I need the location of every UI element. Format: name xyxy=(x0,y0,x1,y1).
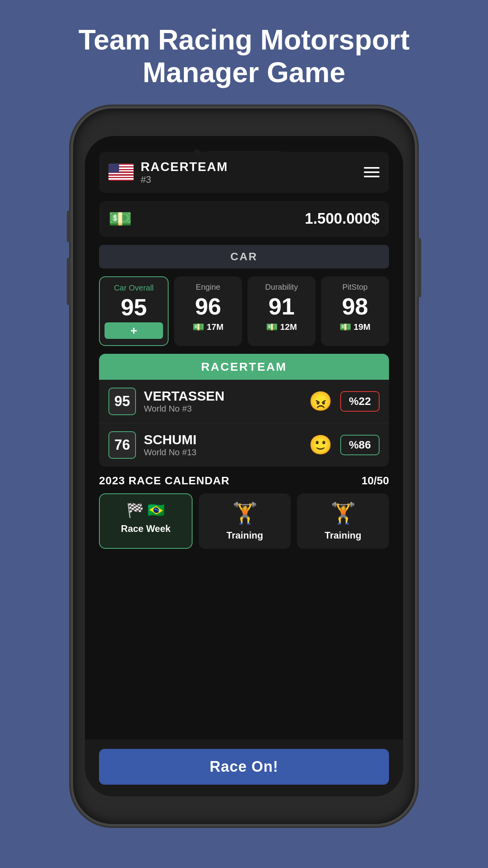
stat-cost-durability: 💵 12M xyxy=(266,322,297,333)
calendar-item-label-training-2: Training xyxy=(325,530,361,541)
team-section-name: RACERTEAM xyxy=(201,360,287,373)
calendar-item-label-training-1: Training xyxy=(226,530,263,541)
team-section: RACERTEAM 95 VERTASSEN World No #3 😠 %22… xyxy=(99,354,389,467)
driver-number-vertassen: 95 xyxy=(108,388,136,415)
stat-card-durability[interactable]: Durability 91 💵 12M xyxy=(248,276,316,346)
stat-value-pitstop: 98 xyxy=(342,295,368,318)
calendar-items: 🏁 🇧🇷 Race Week 🏋 Training 🏋 Training xyxy=(99,493,389,549)
checkered-flag-icon: 🏁 xyxy=(127,502,144,519)
money-bar: 💵 1.500.000$ xyxy=(99,201,389,237)
stat-label-pitstop: PitStop xyxy=(342,283,367,292)
calendar-header: 2023 RACE CALENDAR 10/50 xyxy=(99,474,389,487)
driver-percentage-schumi: %86 xyxy=(340,435,380,455)
car-section-label: CAR xyxy=(230,250,258,263)
brazil-flag-icon: 🇧🇷 xyxy=(147,502,165,519)
cost-amount-pitstop: 19M xyxy=(354,322,371,332)
stat-label-durability: Durability xyxy=(265,283,298,292)
team-flag-icon xyxy=(108,164,134,181)
calendar-item-training-2[interactable]: 🏋 Training xyxy=(297,493,389,549)
cost-amount-engine: 17M xyxy=(207,322,224,332)
training-icon-1: 🏋 xyxy=(232,501,258,525)
driver-name-vertassen: VERTASSEN xyxy=(144,388,301,404)
stat-card-engine[interactable]: Engine 96 💵 17M xyxy=(174,276,242,346)
cost-icon-pitstop: 💵 xyxy=(339,322,351,333)
driver-row-vertassen[interactable]: 95 VERTASSEN World No #3 😠 %22 xyxy=(99,380,389,423)
race-on-button[interactable]: Race On! xyxy=(99,749,389,785)
team-section-header: RACERTEAM xyxy=(99,354,389,380)
stat-value-overall: 95 xyxy=(121,296,147,319)
phone-camera xyxy=(194,149,200,155)
cost-icon-engine: 💵 xyxy=(193,322,204,333)
driver-number-schumi: 76 xyxy=(108,431,136,459)
side-button-volume-up xyxy=(67,211,71,242)
stat-card-pitstop[interactable]: PitStop 98 💵 19M xyxy=(321,276,389,346)
money-icon: 💵 xyxy=(108,208,132,230)
race-week-flags: 🏁 🇧🇷 xyxy=(127,502,165,519)
stat-value-engine: 96 xyxy=(195,295,221,318)
stat-value-durability: 91 xyxy=(268,295,295,318)
driver-rank-schumi: World No #13 xyxy=(144,447,301,458)
calendar-count: 10/50 xyxy=(361,474,389,487)
page-title: Team Racing Motorsport Manager Game xyxy=(47,24,441,89)
stat-cost-pitstop: 💵 19M xyxy=(339,322,371,333)
phone-screen: RACERTEAM #3 💵 1.500.000$ CAR xyxy=(85,136,403,796)
car-stats: Car Overall 95 + Engine 96 💵 17M Durabil… xyxy=(99,276,389,346)
header-left: RACERTEAM #3 xyxy=(108,160,228,185)
team-info: RACERTEAM #3 xyxy=(141,160,228,185)
stat-label-engine: Engine xyxy=(196,283,220,292)
team-number: #3 xyxy=(141,174,228,185)
driver-row-schumi[interactable]: 76 SCHUMI World No #13 🙂 %86 xyxy=(99,423,389,467)
screen-content: RACERTEAM #3 💵 1.500.000$ CAR xyxy=(85,136,403,739)
bottom-bar: Race On! xyxy=(85,739,403,796)
phone-notch xyxy=(205,151,283,158)
side-button-power xyxy=(417,238,421,297)
menu-button[interactable] xyxy=(364,167,380,177)
driver-info-schumi: SCHUMI World No #13 xyxy=(144,432,301,458)
training-icon-2: 🏋 xyxy=(330,501,356,525)
race-button-label: Race On! xyxy=(210,758,279,775)
calendar-section: 2023 RACE CALENDAR 10/50 🏁 🇧🇷 Race Week … xyxy=(99,474,389,549)
phone-wrapper: RACERTEAM #3 💵 1.500.000$ CAR xyxy=(73,108,415,824)
car-section-header: CAR xyxy=(99,245,389,268)
driver-mood-schumi: 🙂 xyxy=(309,434,332,456)
driver-info-vertassen: VERTASSEN World No #3 xyxy=(144,388,301,414)
cost-icon-durability: 💵 xyxy=(266,322,278,333)
stat-plus-button[interactable]: + xyxy=(105,322,163,339)
driver-mood-vertassen: 😠 xyxy=(309,390,332,412)
team-name: RACERTEAM xyxy=(141,160,228,174)
cost-amount-durability: 12M xyxy=(280,322,297,332)
calendar-item-label-race: Race Week xyxy=(121,523,171,534)
stat-card-overall[interactable]: Car Overall 95 + xyxy=(99,276,169,346)
side-button-volume-down xyxy=(67,258,71,305)
driver-rank-vertassen: World No #3 xyxy=(144,404,301,414)
calendar-item-training-1[interactable]: 🏋 Training xyxy=(199,493,291,549)
driver-name-schumi: SCHUMI xyxy=(144,432,301,447)
driver-percentage-vertassen: %22 xyxy=(340,391,380,412)
calendar-item-race-week[interactable]: 🏁 🇧🇷 Race Week xyxy=(99,493,193,549)
money-amount: 1.500.000$ xyxy=(305,210,380,227)
stat-label-overall: Car Overall xyxy=(114,283,154,292)
calendar-title: 2023 RACE CALENDAR xyxy=(99,474,229,487)
stat-cost-engine: 💵 17M xyxy=(193,322,224,333)
